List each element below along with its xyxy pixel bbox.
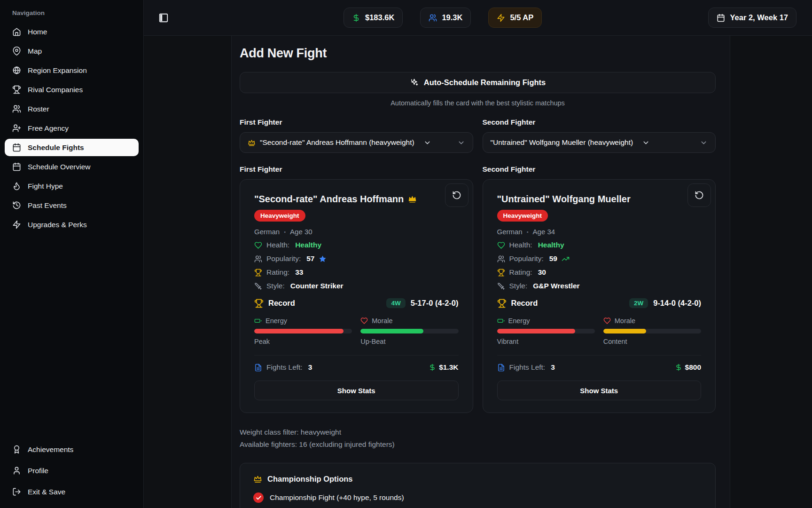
auto-schedule-label: Auto-Schedule Remaining Fights <box>424 78 546 87</box>
history-icon <box>12 201 21 210</box>
first-fighter-select-value: "Second-rate" Andreas Hoffmann (heavywei… <box>260 138 414 147</box>
auto-schedule-hint: Automatically fills the card with the be… <box>240 99 716 107</box>
sidebar-item-home[interactable]: Home <box>5 23 139 40</box>
fans-value: 19.3K <box>442 13 462 22</box>
panel-left-icon <box>158 13 169 23</box>
championship-fight-option[interactable]: Championship Fight (+40 hype, 5 rounds) <box>253 492 702 503</box>
date-pill[interactable]: Year 2, Week 17 <box>708 8 796 28</box>
heart-icon <box>497 241 505 249</box>
file-text-icon <box>497 364 505 372</box>
sidebar-item-schedule-overview[interactable]: Schedule Overview <box>5 158 139 175</box>
first-fighter-select-label: First Fighter <box>240 118 473 127</box>
record-value: 5-17-0 (4-2-0) <box>411 299 459 308</box>
sidebar-item-exit-save[interactable]: Exit & Save <box>5 483 139 500</box>
fights-left-value: 3 <box>551 363 555 372</box>
action-points-pill[interactable]: 5/5 AP <box>488 8 542 28</box>
sidebar-item-past-events[interactable]: Past Events <box>5 197 139 214</box>
battery-icon <box>254 317 262 325</box>
fights-left-row: Fights Left: 3 $1.3K <box>254 355 459 372</box>
users-icon <box>254 255 262 263</box>
sidebar-item-region-expansion[interactable]: Region Expansion <box>5 62 139 79</box>
health-value: Healthy <box>538 241 564 249</box>
first-fighter-card: "Second-rate" Andreas Hoffmann Heavyweig… <box>240 179 473 413</box>
rotate-ccw-icon <box>695 190 704 200</box>
show-stats-button[interactable]: Show Stats <box>497 381 702 400</box>
record-label: Record <box>511 299 538 308</box>
sidebar-item-label: Map <box>28 47 42 56</box>
style-label: Style: <box>266 282 285 290</box>
champion-crown-icon <box>408 195 417 204</box>
morale-label: Morale <box>615 317 635 325</box>
show-stats-button[interactable]: Show Stats <box>254 381 459 400</box>
sidebar-item-map[interactable]: Map <box>5 42 139 60</box>
sidebar-item-profile[interactable]: Profile <box>5 462 139 479</box>
fighter-age: Age 34 <box>533 228 555 236</box>
weight-class-badge: Heavyweight <box>254 210 305 222</box>
trending-up-icon <box>562 255 570 263</box>
second-fighter-card-label: Second Fighter <box>483 165 716 174</box>
morale-bar-fill <box>603 329 647 333</box>
fights-left-row: Fights Left: 3 $800 <box>497 355 702 372</box>
second-fighter-select-value: "Untrained" Wolfgang Mueller (heavyweigh… <box>491 138 633 147</box>
nav-section-label: Navigation <box>5 9 139 16</box>
record-row: Record 4W 5-17-0 (4-2-0) <box>254 298 459 308</box>
sidebar-item-achievements[interactable]: Achievements <box>5 441 139 458</box>
rating-value: 33 <box>295 268 303 277</box>
dot-separator: • <box>527 229 529 235</box>
reroll-fighter-button[interactable] <box>445 183 468 207</box>
award-icon <box>12 445 21 454</box>
heart-icon <box>254 241 262 249</box>
weight-class-badge: Heavyweight <box>497 210 548 222</box>
chevron-down-icon <box>700 139 708 147</box>
user-icon <box>12 466 21 475</box>
filter-note: Weight class filter: heavyweight Availab… <box>240 426 716 451</box>
popularity-label: Popularity: <box>266 254 301 263</box>
content-panel: Add New Fight Auto-Schedule Remaining Fi… <box>231 36 730 508</box>
fighter-name: "Untrained" Wolfgang Mueller <box>497 194 631 205</box>
sparkles-icon <box>410 78 419 87</box>
money-pill[interactable]: $183.6K <box>344 8 403 28</box>
users-icon <box>497 255 505 263</box>
first-fighter-select[interactable]: "Second-rate" Andreas Hoffmann (heavywei… <box>240 132 473 153</box>
sidebar-item-label: Achievements <box>28 445 73 454</box>
sidebar-item-label: Home <box>28 28 47 36</box>
style-label: Style: <box>509 282 528 290</box>
fighter-name: "Second-rate" Andreas Hoffmann <box>254 194 404 205</box>
heart-icon <box>360 317 368 325</box>
sidebar-item-fight-hype[interactable]: Fight Hype <box>5 177 139 195</box>
sidebar-item-label: Schedule Fights <box>28 143 84 152</box>
morale-bar <box>360 329 458 333</box>
sidebar-item-upgrades-perks[interactable]: Upgrades & Perks <box>5 216 139 233</box>
style-value: G&P Wrestler <box>533 282 579 290</box>
morale-status: Content <box>603 338 701 345</box>
reroll-fighter-button[interactable] <box>687 183 711 207</box>
auto-schedule-button[interactable]: Auto-Schedule Remaining Fights <box>240 72 716 93</box>
sidebar-item-label: Roster <box>28 105 49 113</box>
energy-meter: Energy Vibrant <box>497 317 595 345</box>
sidebar-item-label: Exit & Save <box>28 488 65 496</box>
rating-label: Rating: <box>266 268 289 277</box>
action-points-value: 5/5 AP <box>510 13 533 22</box>
sidebar-item-schedule-fights[interactable]: Schedule Fights <box>5 139 139 156</box>
date-value: Year 2, Week 17 <box>730 13 788 22</box>
sidebar-item-free-agency[interactable]: Free Agency <box>5 119 139 137</box>
sidebar-item-roster[interactable]: Roster <box>5 100 139 118</box>
trophy-icon <box>254 269 262 277</box>
file-text-icon <box>254 364 262 372</box>
popularity-row: Popularity: 57 <box>254 254 459 263</box>
health-row: Health: Healthy <box>254 241 459 249</box>
sidebar-item-label: Fight Hype <box>28 182 63 190</box>
trophy-icon <box>497 269 505 277</box>
championship-options-box: Championship Options Championship Fight … <box>240 463 716 508</box>
sidebar-item-rival-companies[interactable]: Rival Companies <box>5 81 139 98</box>
win-streak-badge: 4W <box>386 298 405 308</box>
second-fighter-select[interactable]: "Untrained" Wolfgang Mueller (heavyweigh… <box>483 132 716 153</box>
sidebar: Navigation Home Map Region Expansion Riv… <box>0 0 144 508</box>
money-value: $183.6K <box>365 13 394 22</box>
sidebar-toggle-button[interactable] <box>156 10 172 26</box>
log-out-icon <box>12 487 21 496</box>
fans-pill[interactable]: 19.3K <box>420 8 471 28</box>
sidebar-footer: Achievements Profile Exit & Save <box>5 441 139 503</box>
chevron-down-icon <box>423 139 431 147</box>
rating-row: Rating: 30 <box>497 268 702 277</box>
